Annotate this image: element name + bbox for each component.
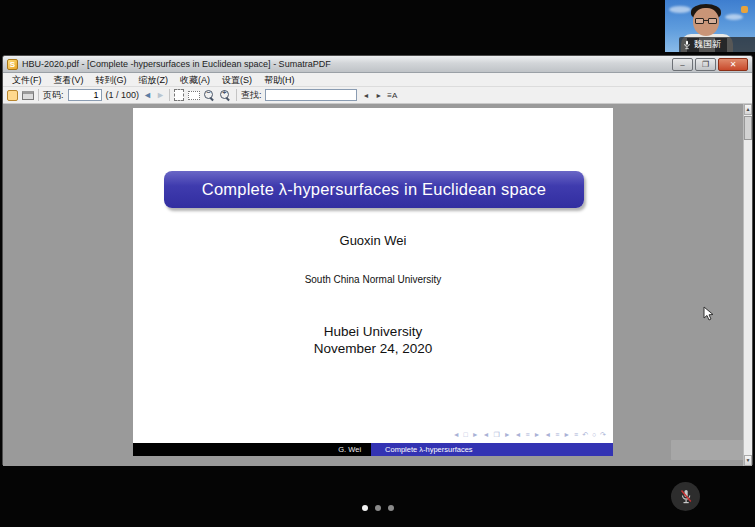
participant-glasses xyxy=(695,18,717,24)
pdf-page[interactable]: Complete λ-hypersurfaces in Euclidean sp… xyxy=(133,108,613,456)
menu-bar: 文件(F) 查看(V) 转到(G) 缩放(Z) 收藏(A) 设置(S) 帮助(H… xyxy=(3,73,752,87)
cloud-shape xyxy=(725,14,743,20)
toolbar-separator xyxy=(169,89,170,101)
carousel-dots xyxy=(0,505,755,511)
carousel-dot[interactable] xyxy=(362,505,368,511)
participant-name-bar: 魏国新 xyxy=(679,37,755,52)
toolbar-separator xyxy=(236,89,237,101)
menu-zoom[interactable]: 缩放(Z) xyxy=(133,73,175,87)
slide-affiliation: South China Normal University xyxy=(133,274,613,285)
zoom-out-icon[interactable]: − xyxy=(204,90,214,100)
open-file-icon[interactable] xyxy=(7,90,18,101)
find-next-icon[interactable]: ► xyxy=(374,92,383,99)
scroll-down-icon[interactable]: ▼ xyxy=(744,455,752,466)
participant-name: 魏国新 xyxy=(694,37,721,52)
page-number-input[interactable] xyxy=(68,89,102,101)
beamer-navigation-symbols[interactable]: ◄ □ ► ◄ ❐ ► ◄ ≡ ► ◄ ≡ ► ≡ ↶ ○ ↷ xyxy=(453,431,607,439)
menu-help[interactable]: 帮助(H) xyxy=(258,73,301,87)
slide-footer-author: G. Wei xyxy=(133,443,371,456)
page-number-label: 页码: xyxy=(43,89,64,102)
find-previous-icon[interactable]: ◄ xyxy=(361,92,370,99)
minimize-button[interactable]: – xyxy=(672,58,693,71)
toolbar-separator xyxy=(38,89,39,101)
overlay-remnant-box xyxy=(671,440,745,460)
document-canvas[interactable]: Complete λ-hypersurfaces in Euclidean sp… xyxy=(3,104,752,466)
mouse-cursor xyxy=(703,306,714,322)
menu-goto[interactable]: 转到(G) xyxy=(90,73,133,87)
slide-author: Guoxin Wei xyxy=(133,233,613,248)
zoom-in-icon[interactable]: + xyxy=(220,90,230,100)
microphone-icon xyxy=(683,40,691,50)
conference-screen: 魏国新 S HBU-2020.pdf - [Complete -hypersur… xyxy=(0,0,755,527)
sumatrapdf-window: S HBU-2020.pdf - [Complete -hypersurface… xyxy=(2,55,753,465)
find-input[interactable] xyxy=(265,89,357,101)
menu-favorites[interactable]: 收藏(A) xyxy=(174,73,216,87)
sumatrapdf-app-icon: S xyxy=(7,59,18,70)
history-forward-icon[interactable]: ► xyxy=(156,90,165,100)
fit-width-icon[interactable] xyxy=(188,91,200,100)
microphone-muted-icon xyxy=(679,489,693,505)
slide-venue: Hubei University xyxy=(133,324,613,339)
menu-view[interactable]: 查看(V) xyxy=(48,73,90,87)
slide-footer-title: Complete λ-hypersurfaces xyxy=(371,443,613,456)
menu-file[interactable]: 文件(F) xyxy=(6,73,48,87)
toolbar: 页码: (1 / 100) ◄ ► − + 查找: ◄ ► ≡A xyxy=(3,87,752,104)
find-label: 查找: xyxy=(241,89,262,102)
slide-date: November 24, 2020 xyxy=(133,341,613,356)
window-titlebar[interactable]: S HBU-2020.pdf - [Complete -hypersurface… xyxy=(3,56,752,73)
vertical-scrollbar[interactable]: ▲ ▼ xyxy=(743,104,752,466)
carousel-dot[interactable] xyxy=(375,505,381,511)
restore-button[interactable]: ❐ xyxy=(695,58,716,71)
slide-title: Complete λ-hypersurfaces in Euclidean sp… xyxy=(202,180,546,199)
scroll-up-icon[interactable]: ▲ xyxy=(744,104,752,115)
print-icon[interactable] xyxy=(22,91,34,100)
fit-page-icon[interactable] xyxy=(174,89,184,101)
history-back-icon[interactable]: ◄ xyxy=(143,90,152,100)
mute-toggle-button[interactable] xyxy=(671,482,700,511)
slide-footer: G. Wei Complete λ-hypersurfaces xyxy=(133,443,613,456)
close-button[interactable]: ✕ xyxy=(718,58,748,71)
window-title: HBU-2020.pdf - [Complete -hypersurfaces … xyxy=(22,59,331,69)
network-signal-icon xyxy=(741,6,748,13)
page-count-text: (1 / 100) xyxy=(106,90,140,100)
menu-settings[interactable]: 设置(S) xyxy=(216,73,258,87)
cloud-shape xyxy=(669,6,691,13)
match-case-icon[interactable]: ≡A xyxy=(387,91,397,100)
participant-video-tile[interactable]: 魏国新 xyxy=(665,0,755,52)
carousel-dot[interactable] xyxy=(388,505,394,511)
scrollbar-thumb[interactable] xyxy=(744,116,752,140)
slide-title-box: Complete λ-hypersurfaces in Euclidean sp… xyxy=(164,171,584,208)
